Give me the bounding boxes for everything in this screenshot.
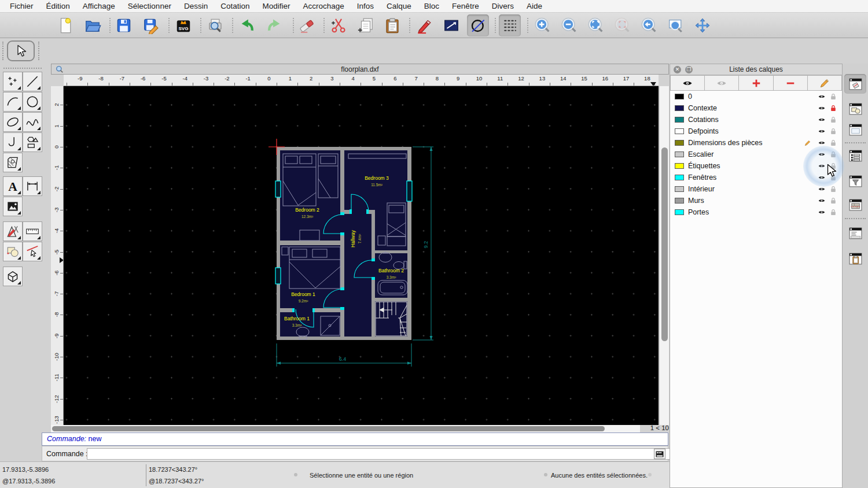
layer-row[interactable]: Defpoints: [670, 125, 842, 137]
layer-row[interactable]: Fenêtres: [670, 172, 842, 183]
add-layer-button[interactable]: [739, 75, 773, 91]
horizontal-scrollbar[interactable]: [51, 425, 640, 432]
arc-tool-button[interactable]: [3, 92, 23, 112]
zoom-window-button[interactable]: [665, 14, 687, 36]
layer-row[interactable]: 0: [670, 91, 842, 102]
selection-pointer-button[interactable]: [7, 40, 35, 61]
spline-tool-button[interactable]: [23, 112, 42, 132]
library-panel-button[interactable]: [844, 120, 866, 139]
material-panel-button[interactable]: [844, 195, 866, 215]
circle-tool-button[interactable]: [23, 92, 42, 112]
dimension-tool-button[interactable]: [23, 176, 42, 196]
polyline-tool-button[interactable]: [3, 132, 23, 152]
layer-unlocked-icon[interactable]: [829, 173, 837, 182]
clipboard-panel-button[interactable]: [844, 249, 866, 268]
layer-row[interactable]: Murs: [670, 195, 842, 206]
redo-button[interactable]: [263, 14, 285, 36]
vertical-scrollbar[interactable]: [659, 86, 669, 425]
points-tool-button[interactable]: [3, 72, 23, 91]
open-folder-button[interactable]: [82, 14, 104, 36]
layer-list-panel-button[interactable]: [844, 146, 866, 165]
line-tool-button[interactable]: [23, 72, 42, 91]
zoom-out-button[interactable]: [558, 14, 580, 36]
menu-calque[interactable]: Calque: [380, 0, 418, 13]
palette-handle[interactable]: [3, 68, 42, 69]
menu-fenetre[interactable]: Fenêtre: [446, 0, 486, 13]
edit-layer-button[interactable]: [808, 75, 842, 91]
menu-dessin[interactable]: Dessin: [178, 0, 214, 13]
polygon-tool-button[interactable]: [23, 132, 42, 152]
layer-unlocked-icon[interactable]: [829, 93, 837, 101]
text-tool-button[interactable]: A: [3, 176, 23, 196]
measure-tool-button[interactable]: [23, 221, 42, 241]
zoom-selection-button[interactable]: [612, 14, 634, 36]
toolbar-handle[interactable]: [2, 42, 4, 60]
layer-visibility-eye-icon[interactable]: [818, 197, 826, 205]
menu-divers[interactable]: Divers: [486, 0, 520, 13]
layer-unlocked-icon[interactable]: [829, 197, 837, 205]
copy-button[interactable]: [355, 14, 377, 36]
layer-visibility-eye-icon[interactable]: [818, 162, 826, 170]
menu-aide[interactable]: Aide: [520, 0, 549, 13]
layer-row[interactable]: Cotations: [670, 114, 842, 125]
save-button[interactable]: [113, 14, 135, 36]
draw-panel-button[interactable]: [844, 74, 866, 94]
cut-button[interactable]: [328, 14, 350, 36]
detach-panel-button[interactable]: ❐: [685, 66, 693, 73]
layer-unlocked-icon[interactable]: [829, 185, 837, 193]
modify-tool-button[interactable]: [3, 221, 23, 241]
layer-locked-icon[interactable]: [829, 104, 837, 112]
hide-all-layers-button[interactable]: [705, 75, 739, 91]
zoom-pan-button[interactable]: [692, 14, 713, 36]
layer-visibility-eye-icon[interactable]: [818, 185, 826, 193]
layer-row[interactable]: Dimensions des pièces: [670, 137, 842, 149]
layer-unlocked-icon[interactable]: [829, 150, 837, 158]
layer-visibility-eye-icon[interactable]: [818, 127, 826, 135]
layer-row[interactable]: Contexte: [670, 102, 842, 114]
remove-layer-button[interactable]: [774, 75, 808, 91]
layer-visibility-eye-icon[interactable]: [818, 116, 826, 124]
print-preview-button[interactable]: [204, 14, 226, 36]
menu-bloc[interactable]: Bloc: [418, 0, 446, 13]
layer-unlocked-icon[interactable]: [829, 208, 837, 216]
circle-attributes-button[interactable]: [467, 14, 489, 36]
layer-visibility-eye-icon[interactable]: [818, 139, 826, 147]
save-as-button[interactable]: [140, 14, 162, 36]
delete-eraser-button[interactable]: [296, 14, 318, 36]
image-tool-button[interactable]: [3, 197, 23, 216]
filter-panel-button[interactable]: [844, 171, 866, 191]
layer-visibility-eye-icon[interactable]: [818, 104, 826, 112]
svg-export-button[interactable]: SVG: [172, 14, 194, 36]
horizontal-scrollbar-thumb[interactable]: [52, 426, 605, 431]
layer-row[interactable]: Escalier: [670, 149, 842, 160]
layer-unlocked-icon[interactable]: [829, 139, 837, 147]
menu-accrochage[interactable]: Accrochage: [296, 0, 350, 13]
layer-row[interactable]: Étiquettes: [670, 160, 842, 172]
layer-unlocked-icon[interactable]: [829, 162, 837, 170]
block-tool-button[interactable]: [3, 242, 23, 261]
close-panel-button[interactable]: ✕: [674, 66, 681, 73]
new-file-button[interactable]: [54, 14, 76, 36]
command-panel-button[interactable]: [844, 223, 866, 243]
zoom-auto-button[interactable]: [585, 14, 607, 36]
layer-visibility-eye-icon[interactable]: [818, 150, 826, 158]
menu-modifier[interactable]: Modifier: [256, 0, 296, 13]
show-all-layers-button[interactable]: [670, 75, 705, 91]
undo-button[interactable]: [236, 14, 258, 36]
layer-row[interactable]: Portes: [670, 206, 842, 218]
command-input[interactable]: [87, 448, 693, 460]
menu-infos[interactable]: Infos: [351, 0, 380, 13]
blocks-panel-button[interactable]: [844, 99, 866, 119]
layer-visibility-eye-icon[interactable]: [818, 173, 826, 182]
menu-cotation[interactable]: Cotation: [214, 0, 256, 13]
toolbar-handle[interactable]: [38, 42, 40, 60]
zoom-in-button[interactable]: [532, 14, 554, 36]
paste-button[interactable]: [381, 14, 403, 36]
select-entity-tool-button[interactable]: [23, 242, 42, 261]
solid-3d-tool-button[interactable]: [3, 267, 23, 286]
line-attributes-button[interactable]: [440, 14, 462, 36]
layer-unlocked-icon[interactable]: [829, 127, 837, 135]
menu-edition[interactable]: Édition: [40, 0, 76, 13]
document-titlebar[interactable]: floorplan.dxf: [51, 64, 669, 75]
layer-visibility-eye-icon[interactable]: [818, 93, 826, 101]
